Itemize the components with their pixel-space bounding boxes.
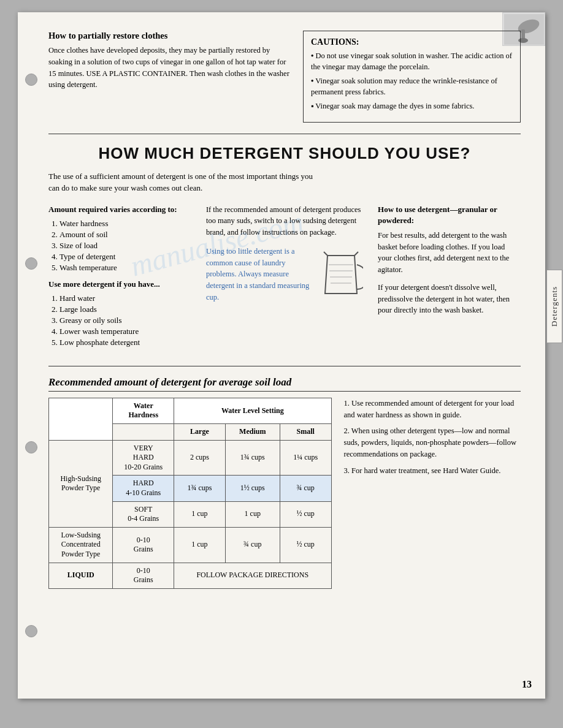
note-3: 3. For hard water treatment, see Hard Wa… xyxy=(344,465,521,477)
table-container: WaterHardness Water Level Setting Large … xyxy=(48,398,332,589)
measuring-cup-icon xyxy=(319,249,363,298)
more-det-list: Hard water Large loads Greasy or oily so… xyxy=(48,294,191,347)
list-item: Size of load xyxy=(59,241,191,251)
restore-clothes-section: How to partially restore clothes Once cl… xyxy=(48,31,291,123)
hole-punch-3 xyxy=(25,441,37,453)
caution-title: CAUTIONS: xyxy=(311,37,513,47)
hole-punch-1 xyxy=(25,74,37,86)
col-mid: If the recommended amount of detergent p… xyxy=(206,204,363,354)
water-level-header: Water Level Setting xyxy=(174,398,331,423)
mid-para2: Using too little detergent is a common c… xyxy=(206,246,363,303)
more-det-title: Use more detergent if you have... xyxy=(48,279,191,290)
mid-divider xyxy=(48,366,521,366)
bullet-1: • xyxy=(311,51,313,60)
cautions-box: CAUTIONS: • Do not use vinegar soak solu… xyxy=(303,31,521,123)
varies-title: Amount required varies according to: xyxy=(48,204,191,215)
bullet-2: • xyxy=(311,77,313,85)
three-col-section: Amount required varies according to: Wat… xyxy=(48,204,521,354)
list-item: Wash temperature xyxy=(59,263,191,273)
side-tab: Detergents xyxy=(546,270,562,343)
mid-para1: If the recommended amount of detergent p… xyxy=(206,204,363,238)
list-item: Large loads xyxy=(59,305,191,314)
right-para2: If your detergent doesn't dissolve well,… xyxy=(378,282,521,316)
page-number: 13 xyxy=(522,679,532,690)
restore-body: Once clothes have developed deposits, th… xyxy=(48,45,291,91)
list-item: Water hardness xyxy=(59,219,191,229)
note-1: 1. Use recommended amount of detergent f… xyxy=(344,398,521,421)
hole-punch-2 xyxy=(25,257,37,270)
rec-title: Recommended amount of detergent for aver… xyxy=(48,376,521,392)
list-item: Amount of soil xyxy=(59,230,191,240)
notes-container: 1. Use recommended amount of detergent f… xyxy=(344,398,521,589)
list-item: Hard water xyxy=(59,294,191,303)
hole-punch-4 xyxy=(25,625,37,637)
page: manualise.com How to partially restore c… xyxy=(18,12,545,699)
restore-title: How to partially restore clothes xyxy=(48,31,291,41)
top-divider xyxy=(48,134,521,134)
bullet-3: ▪ xyxy=(311,102,313,110)
recommended-section: Recommended amount of detergent for aver… xyxy=(48,376,521,589)
varies-list: Water hardness Amount of soil Size of lo… xyxy=(48,219,191,273)
list-item: Lower wash temperature xyxy=(59,327,191,336)
table-row: Low-SudsingConcentratedPowder Type 0-10G… xyxy=(49,527,332,563)
table-row: High-SudsingPowder Type VERYHARD10-20 Gr… xyxy=(49,440,332,476)
top-section: How to partially restore clothes Once cl… xyxy=(48,31,521,123)
rec-layout: WaterHardness Water Level Setting Large … xyxy=(48,398,521,589)
list-item: Type of detergent xyxy=(59,252,191,262)
caution-item-1: • Do not use vinegar soak solution in wa… xyxy=(311,51,513,72)
how-to-title: How to use detergent—granular or powdere… xyxy=(378,204,521,226)
list-item: Low phosphate detergent xyxy=(59,338,191,347)
main-title: HOW MUCH DETERGENT SHOULD YOU USE? xyxy=(48,144,521,163)
right-para1: For best results, add detergent to the w… xyxy=(378,230,521,276)
caution-item-2: • Vinegar soak solution may reduce the w… xyxy=(311,76,513,97)
col-left: Amount required varies according to: Wat… xyxy=(48,204,191,354)
list-item: Greasy or oily soils xyxy=(59,316,191,325)
caution-item-3: ▪ Vinegar soak may damage the dyes in so… xyxy=(311,101,513,112)
detergent-table: WaterHardness Water Level Setting Large … xyxy=(48,398,332,589)
intro-text: The use of a sufficient amount of deterg… xyxy=(48,170,318,194)
col-right: How to use detergent—granular or powdere… xyxy=(378,204,521,354)
table-row: LIQUID 0-10Grains FOLLOW PACKAGE DIRECTI… xyxy=(49,563,332,588)
note-2: 2. When using other detergent types—low … xyxy=(344,425,521,460)
